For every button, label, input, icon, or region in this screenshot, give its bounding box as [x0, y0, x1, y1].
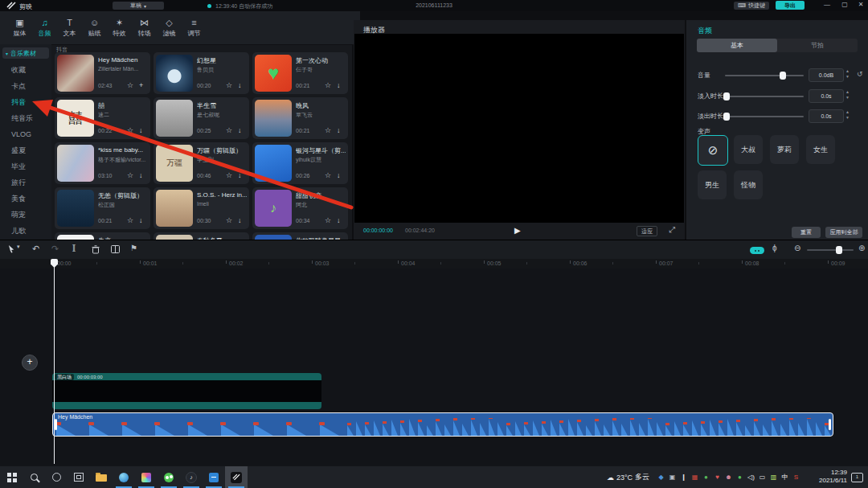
- file-explorer-button[interactable]: [90, 466, 113, 488]
- download-icon[interactable]: ↓: [337, 216, 341, 224]
- ribbon-tab[interactable]: ☺ 贴纸: [83, 18, 106, 38]
- freeze-frame-icon[interactable]: [111, 245, 120, 253]
- music-card[interactable]: 甜甜初恋 阿北 00:34 ☆ ↓: [252, 187, 348, 229]
- inspector-tab[interactable]: 基本: [697, 39, 777, 52]
- favorite-star-icon[interactable]: ☆: [127, 126, 133, 134]
- apply-to-all-button[interactable]: 应用到全部: [825, 227, 862, 238]
- sidebar-category-item[interactable]: VLOG: [0, 126, 51, 142]
- favorite-star-icon[interactable]: ☆: [325, 126, 331, 134]
- timeline-zoom-slider[interactable]: [807, 249, 854, 251]
- main-track-magnet-toggle[interactable]: [750, 247, 764, 254]
- volume-value[interactable]: 0.0dB: [809, 68, 844, 82]
- play-button[interactable]: ▶: [514, 226, 521, 235]
- download-icon[interactable]: ↓: [337, 126, 341, 134]
- tray-icon[interactable]: ●: [702, 474, 710, 481]
- ribbon-tab[interactable]: T 文本: [58, 18, 81, 38]
- snap-toggle-icon[interactable]: ϕ: [772, 244, 777, 252]
- taskbar-search-button[interactable]: [23, 466, 45, 488]
- reset-volume-icon[interactable]: ↺: [857, 70, 863, 78]
- add-media-button[interactable]: +: [22, 355, 38, 371]
- select-tool-chevron-icon[interactable]: ▾: [17, 244, 20, 250]
- fade-out-stepper[interactable]: ▲▼: [845, 109, 850, 121]
- fade-in-value[interactable]: 0.0s: [809, 89, 844, 103]
- favorite-star-icon[interactable]: ☆: [127, 216, 133, 224]
- favorite-star-icon[interactable]: ☆: [127, 171, 133, 179]
- ribbon-tab[interactable]: ✶ 特效: [108, 18, 131, 38]
- volume-stepper[interactable]: ▲▼: [845, 68, 850, 80]
- download-icon[interactable]: ↓: [139, 216, 143, 224]
- ribbon-tab[interactable]: ≡ 调节: [182, 18, 206, 38]
- ribbon-tab[interactable]: ⋈ 转场: [133, 18, 156, 38]
- inspector-tab[interactable]: 节拍: [777, 39, 858, 52]
- audio-clip-selected[interactable]: Hey Mädchen: [52, 412, 833, 437]
- cortana-button[interactable]: [45, 466, 68, 488]
- voice-option-button[interactable]: 大叔: [734, 135, 763, 164]
- zoom-in-icon[interactable]: ⊕: [858, 244, 865, 252]
- voice-option-button[interactable]: 萝莉: [770, 135, 799, 164]
- music-card[interactable]: 幻想星 鲁贝贝 00:20 ☆ ↓: [154, 52, 249, 94]
- notification-center-icon[interactable]: 1: [851, 473, 863, 482]
- music-material-header[interactable]: ▾ 音乐素材: [2, 47, 49, 59]
- voice-option-button[interactable]: 女生: [806, 135, 835, 164]
- fade-in-slider[interactable]: [725, 96, 804, 97]
- notes-app-button[interactable]: [203, 466, 225, 488]
- volume-slider[interactable]: [725, 75, 804, 76]
- tray-icon[interactable]: ▣: [668, 474, 677, 481]
- flag-marker-icon[interactable]: ⚑: [130, 244, 137, 252]
- reset-button[interactable]: 重置: [792, 227, 821, 238]
- music-card[interactable]: 银河与星斗（剪... yihuik苡慧 00:26 ☆ ↓: [252, 142, 348, 184]
- music-card[interactable]: 失恋 ☆: [55, 232, 150, 240]
- tray-icon[interactable]: ◁): [747, 474, 755, 481]
- weather-widget[interactable]: ☁ 23°C 多云: [607, 472, 649, 482]
- sidebar-category-item[interactable]: 美食: [0, 191, 51, 207]
- favorite-star-icon[interactable]: ☆: [325, 216, 331, 224]
- tray-icon[interactable]: ♥: [713, 474, 722, 481]
- music-card[interactable]: 半生雪 是七叔呢 00:25 ☆ ↓: [154, 97, 249, 139]
- close-button[interactable]: ✕: [855, 1, 866, 8]
- favorite-star-icon[interactable]: ☆: [325, 171, 331, 179]
- tray-icon[interactable]: ▦: [690, 474, 699, 481]
- playhead-line[interactable]: [54, 260, 55, 464]
- voice-none-button[interactable]: ⊘: [698, 135, 728, 166]
- music-card[interactable]: 囍 速二 00:22 ☆ ↓: [55, 97, 150, 139]
- split-icon[interactable]: ][: [72, 244, 75, 252]
- sidebar-category-item[interactable]: 收藏: [0, 62, 51, 78]
- favorite-star-icon[interactable]: ☆: [127, 81, 133, 89]
- fade-out-slider[interactable]: [725, 116, 804, 117]
- ribbon-tab[interactable]: ◇ 滤镜: [158, 18, 181, 38]
- tray-icon[interactable]: ▥: [769, 474, 778, 481]
- sidebar-category-item[interactable]: 卡点: [0, 78, 51, 94]
- sidebar-category-item[interactable]: 萌宠: [0, 207, 51, 223]
- music-card[interactable]: Hey Mädchen Zillertaler Män... 02:43 ☆ +: [55, 52, 150, 94]
- music-card[interactable]: 晚风 覃飞云 00:21 ☆ ↓: [252, 97, 348, 139]
- tray-icon[interactable]: ☻: [724, 474, 733, 481]
- music-card[interactable]: 第一次心动 仨子哥 00:21 ☆ ↓: [252, 52, 348, 94]
- fade-in-stepper[interactable]: ▲▼: [845, 89, 850, 100]
- tray-icon[interactable]: ▭: [758, 474, 767, 481]
- task-view-button[interactable]: [68, 466, 90, 488]
- sidebar-category-item[interactable]: 盛夏: [0, 142, 51, 158]
- minimize-button[interactable]: —: [821, 1, 833, 8]
- start-button[interactable]: [0, 466, 23, 488]
- fullscreen-icon[interactable]: ⤢: [669, 225, 675, 235]
- select-tool-icon[interactable]: [8, 244, 15, 253]
- voice-option-button[interactable]: 男生: [698, 170, 727, 199]
- black-field-clip[interactable]: 黑白场 00:00:03:00: [52, 373, 321, 409]
- tray-icon[interactable]: S: [792, 474, 800, 481]
- taskbar-clock[interactable]: 12:39 2021/6/11: [819, 469, 847, 485]
- undo-icon[interactable]: ↶: [32, 244, 39, 254]
- download-icon[interactable]: ↓: [139, 126, 143, 134]
- download-icon[interactable]: ↓: [238, 126, 242, 134]
- ribbon-tab[interactable]: ▣ 媒体: [8, 18, 31, 38]
- zoom-out-icon[interactable]: ⊖: [794, 244, 800, 252]
- favorite-star-icon[interactable]: ☆: [226, 126, 232, 134]
- music-card[interactable]: 无恙（剪辑版） 松正国 00:21 ☆ ↓: [55, 187, 150, 229]
- download-icon[interactable]: ↓: [238, 81, 242, 89]
- browser-button[interactable]: [113, 466, 135, 488]
- fit-mode-button[interactable]: 适应: [637, 226, 657, 236]
- music-app-button[interactable]: ♪: [180, 466, 203, 488]
- music-card[interactable]: 春秋冬夏 ☆: [154, 232, 249, 240]
- shortcuts-button[interactable]: ⌨ 快捷键: [734, 2, 769, 10]
- fade-out-slider-handle[interactable]: [723, 113, 730, 121]
- download-icon[interactable]: +: [139, 81, 143, 89]
